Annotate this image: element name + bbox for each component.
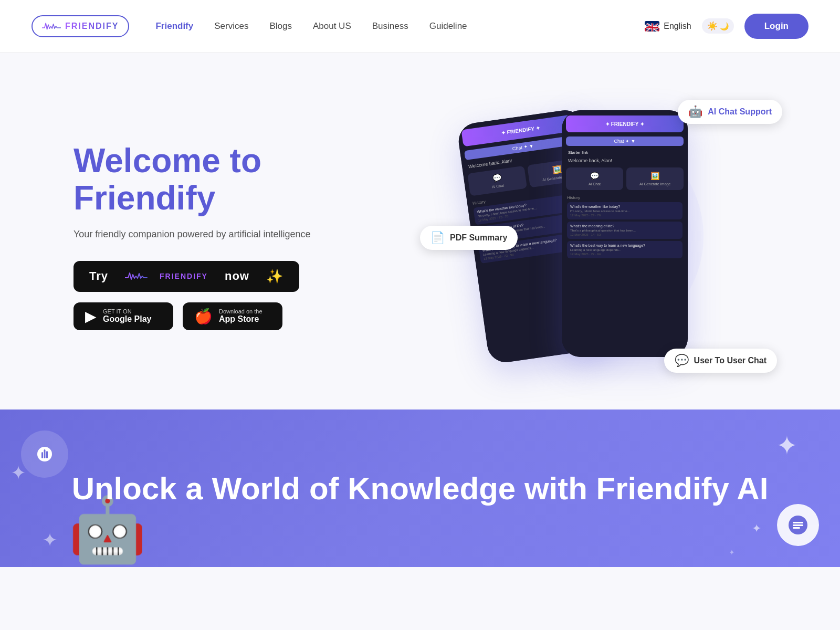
banner-icon-br [777,504,819,546]
hero-section: Welcome to Friendify Your friendly compa… [0,52,840,410]
svg-rect-5 [793,522,803,523]
logo-icon [42,20,61,32]
google-play-icon: ▶ [85,308,97,325]
pdf-badge-text: PDF Summary [450,233,507,243]
phone-front-header: ✦ FRIENDIFY ✦ [566,116,684,132]
phone-front-history: History What's the weather like today? I… [566,195,684,260]
chat-badge-text: User To User Chat [694,356,766,365]
svg-rect-7 [793,527,800,529]
google-play-button[interactable]: ▶ GET IT ON Google Play [74,302,173,330]
ai-chat-badge: 🤖 AI Chat Support [678,100,782,124]
svg-rect-2 [44,449,46,458]
banner-icon-tl [21,430,68,478]
pdf-badge-icon: 📄 [430,231,445,245]
phone-front-screen: ✦ FRIENDIFY ✦ Chat ✦ ▼ Starter link Welc… [562,110,688,357]
try-button[interactable]: Try FRIENDIFY now ✨ [74,261,299,292]
try-logo: FRIENDIFY [125,271,208,281]
try-post: now [225,269,249,283]
ai-chat-badge-text: AI Chat Support [708,107,772,117]
hero-left: Welcome to Friendify Your friendly compa… [74,142,326,330]
banner-plus-tl: ✦ [10,462,26,484]
chat-badge-icon: 💬 [675,354,689,368]
moon-icon: 🌙 [720,22,729,30]
nav-business[interactable]: Business [372,21,408,32]
nav-guideline[interactable]: Guideline [429,21,467,32]
phone-front-greeting: Welcome back, Alan! [566,158,684,163]
logo[interactable]: FRIENDIFY [32,15,129,37]
nav-links: Friendify Services Blogs About US Busine… [155,21,467,32]
navbar-right: 🇬🇧 English ☀️ 🌙 Login [645,14,808,39]
banner-title: Unlock a World of Knowledge with Friendi… [72,470,769,507]
phone-front-cards: 💬 Ai Chat 🖼️ AI Generate Image [566,167,684,190]
google-play-text: GET IT ON Google Play [103,308,151,324]
nav-blogs[interactable]: Blogs [269,21,292,32]
banner-plus-bl: ✦ [42,529,58,551]
try-pre: Try [89,269,108,283]
hero-right: ✦ FRIENDIFY ✦ Chat ✦ ▼ Welcome back, Ala… [420,84,788,388]
svg-rect-3 [46,451,48,458]
nav-friendify[interactable]: Friendify [155,21,193,32]
pdf-summary-badge: 📄 PDF Summary [420,226,518,250]
nav-about[interactable]: About US [313,21,351,32]
flag-icon: 🇬🇧 [645,21,659,32]
language-selector[interactable]: 🇬🇧 English [645,21,691,32]
banner-star2: ✦ [729,548,735,556]
navbar: FRIENDIFY Friendify Services Blogs About… [0,0,840,52]
phone-front: ✦ FRIENDIFY ✦ Chat ✦ ▼ Starter link Welc… [562,110,688,357]
logo-text: FRIENDIFY [65,22,119,31]
user-chat-badge: 💬 User To User Chat [664,349,777,373]
banner-icon-tr: ✦ [776,430,798,461]
hero-title: Welcome to Friendify [74,142,326,216]
ai-chat-badge-icon: 🤖 [688,105,702,119]
banner-star-br: ✦ [752,522,761,536]
banner-section: ✦ 🤖 ✦ Unlock a World of Knowledge with F… [0,410,840,567]
store-buttons: ▶ GET IT ON Google Play 🍎 Download on th… [74,302,326,330]
app-store-button[interactable]: 🍎 Download on the App Store [183,302,282,330]
nav-services[interactable]: Services [214,21,248,32]
svg-rect-1 [41,452,43,458]
front-ai-chat-card: 💬 Ai Chat [566,167,623,190]
ai-chat-card: 💬 Ai Chat [467,166,527,196]
lang-label: English [664,22,691,31]
svg-rect-6 [793,524,803,526]
front-generate-img-card: 🖼️ AI Generate Image [626,167,684,190]
hero-subtitle: Your friendly companion powered by artif… [74,227,326,242]
theme-toggle[interactable]: ☀️ 🌙 [702,18,734,34]
app-store-text: Download on the App Store [219,308,262,324]
navbar-left: FRIENDIFY Friendify Services Blogs About… [32,15,467,37]
apple-icon: 🍎 [194,308,213,325]
spark-icon: ✨ [266,268,284,285]
sun-icon: ☀️ [707,21,718,31]
login-button[interactable]: Login [744,14,808,39]
